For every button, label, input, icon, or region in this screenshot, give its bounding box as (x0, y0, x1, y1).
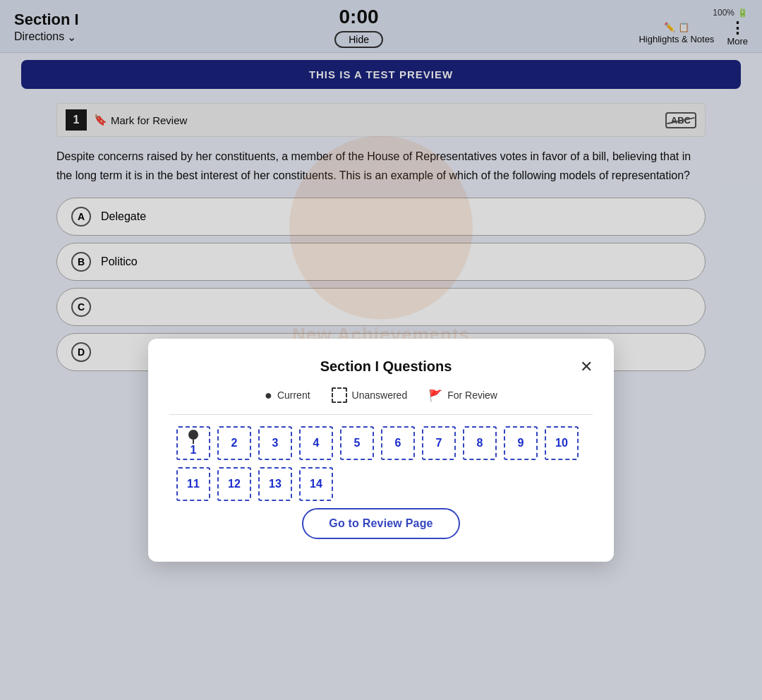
modal-close-button[interactable]: ✕ (580, 359, 593, 375)
question-cell-5[interactable]: 5 (340, 426, 374, 460)
question-cell-7[interactable]: 7 (422, 426, 456, 460)
legend-unanswered-label: Unanswered (352, 390, 408, 401)
questions-row-1: 1 2 3 4 5 6 7 8 9 10 (169, 426, 593, 460)
question-cell-13[interactable]: 13 (258, 467, 292, 501)
question-cell-14[interactable]: 14 (299, 467, 333, 501)
question-cell-1[interactable]: 1 (176, 426, 210, 460)
question-cell-8[interactable]: 8 (463, 426, 497, 460)
question-cell-6[interactable]: 6 (381, 426, 415, 460)
legend-current-label: Current (277, 390, 310, 401)
legend-unanswered: Unanswered (332, 387, 408, 403)
modal-divider (169, 414, 593, 415)
review-flag-icon: 🚩 (428, 389, 442, 402)
unanswered-icon (332, 387, 347, 403)
modal-header: Section I Questions ✕ (169, 358, 593, 375)
question-cell-12[interactable]: 12 (217, 467, 251, 501)
question-cell-3[interactable]: 3 (258, 426, 292, 460)
legend-current: ● Current (265, 387, 310, 403)
question-cell-2[interactable]: 2 (217, 426, 251, 460)
goto-review-button[interactable]: Go to Review Page (302, 508, 459, 539)
question-cell-label: 1 (190, 444, 197, 457)
modal-legend: ● Current Unanswered 🚩 For Review (169, 387, 593, 403)
question-cell-11[interactable]: 11 (176, 467, 210, 501)
modal-title: Section I Questions (192, 358, 580, 375)
section-questions-modal: Section I Questions ✕ ● Current Unanswer… (148, 339, 614, 562)
legend-review-label: For Review (447, 390, 497, 401)
current-pin-icon (188, 430, 198, 444)
question-cell-4[interactable]: 4 (299, 426, 333, 460)
questions-row-2: 11 12 13 14 (169, 467, 593, 501)
current-location-icon: ● (265, 388, 272, 403)
question-cell-9[interactable]: 9 (504, 426, 538, 460)
question-cell-10[interactable]: 10 (545, 426, 579, 460)
legend-review: 🚩 For Review (428, 387, 497, 403)
